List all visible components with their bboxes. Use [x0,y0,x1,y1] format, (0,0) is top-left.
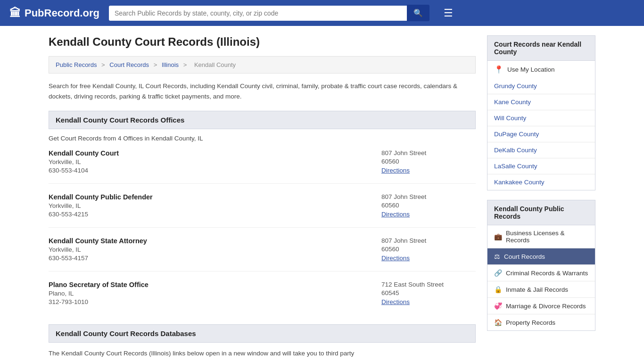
building-icon: 🏛 [9,7,21,20]
nearby-county-link[interactable]: Grundy County [487,78,595,94]
office-phone: 312-793-1010 [49,298,381,305]
sidebar-item-icon: 💞 [494,302,502,310]
office-zip: 60560 [381,158,476,165]
public-records-item[interactable]: ⚖Court Records [487,248,595,265]
directions-link[interactable]: Directions [381,167,410,174]
breadcrumb-sep-3: > [183,61,189,68]
nearby-county-link[interactable]: Kankakee County [487,174,595,190]
nearby-county-link[interactable]: Kane County [487,94,595,110]
search-icon: 🔍 [413,9,423,17]
sidebar-item-label: Court Records [504,253,545,260]
page-description: Search for free Kendall County, IL Court… [49,81,476,101]
public-records-item[interactable]: 💞Marriage & Divorce Records [487,298,595,314]
databases-section-header: Kendall County Court Records Databases [49,324,476,343]
county-links-container: Grundy CountyKane CountyWill CountyDuPag… [487,78,595,190]
page-title: Kendall County Court Records (Illinois) [49,35,476,49]
office-entry: Plano Secretary of State Office Plano, I… [49,281,476,315]
office-right: 807 John Street 60560 Directions [381,193,476,218]
databases-description: The Kendall County Court Records (Illino… [49,348,476,359]
office-city: Plano, IL [49,290,381,297]
office-phone: 630-553-4215 [49,211,381,218]
logo-text: PubRecord.org [25,7,99,19]
public-records-section-header: Kendall County Public Records [487,200,595,225]
office-address: 807 John Street [381,193,476,200]
site-header: 🏛 PubRecord.org 🔍 ☰ [0,0,644,26]
nearby-county-link[interactable]: DeKalb County [487,142,595,158]
directions-link[interactable]: Directions [381,298,410,305]
office-right: 807 John Street 60560 Directions [381,237,476,262]
office-city: Yorkville, IL [49,246,381,253]
office-city: Yorkville, IL [49,202,381,209]
sidebar-item-icon: 🔗 [494,269,502,277]
public-records-item[interactable]: 🏠Property Records [487,314,595,330]
breadcrumb-sep-1: > [101,61,107,68]
office-entry: Kendall County Public Defender Yorkville… [49,193,476,228]
directions-link[interactable]: Directions [381,255,410,262]
hamburger-icon: ☰ [444,7,453,19]
sidebar: Court Records near Kendall County 📍 Use … [487,35,595,359]
office-name: Kendall County State Attorney [49,237,381,245]
office-left: Kendall County State Attorney Yorkville,… [49,237,381,262]
sidebar-item-icon: 🔒 [494,286,502,293]
nearby-county-link[interactable]: LaSalle County [487,158,595,174]
office-left: Kendall County Court Yorkville, IL 630-5… [49,149,381,174]
offices-container: Kendall County Court Yorkville, IL 630-5… [49,149,476,315]
office-entry: Kendall County State Attorney Yorkville,… [49,237,476,272]
search-input[interactable] [109,6,407,21]
nearby-county-link[interactable]: Will County [487,110,595,126]
office-right: 807 John Street 60560 Directions [381,149,476,174]
office-phone: 630-553-4157 [49,255,381,262]
office-zip: 60560 [381,246,476,253]
use-location-label: Use My Location [507,66,555,73]
office-right: 712 East South Street 60545 Directions [381,281,476,305]
sidebar-item-label: Marriage & Divorce Records [506,303,586,310]
nearby-county-list: 📍 Use My Location Grundy CountyKane Coun… [487,61,595,190]
site-logo[interactable]: 🏛 PubRecord.org [9,7,99,20]
public-records-list: 💼Business Licenses & Records⚖Court Recor… [487,225,595,331]
sidebar-item-label: Inmate & Jail Records [506,286,568,293]
sidebar-item-icon: ⚖ [494,253,500,260]
use-my-location[interactable]: 📍 Use My Location [487,61,595,78]
breadcrumb-illinois[interactable]: Illinois [162,61,179,68]
nearby-section-header: Court Records near Kendall County [487,35,595,61]
office-left: Kendall County Public Defender Yorkville… [49,193,381,218]
breadcrumb-court-records[interactable]: Court Records [109,61,149,68]
office-address: 712 East South Street [381,281,476,288]
office-name: Kendall County Public Defender [49,193,381,201]
office-address: 807 John Street [381,149,476,156]
directions-link[interactable]: Directions [381,211,410,218]
offices-section-header: Kendall County Court Records Offices [49,111,476,129]
office-left: Plano Secretary of State Office Plano, I… [49,281,381,305]
breadcrumb-public-records[interactable]: Public Records [56,61,97,68]
public-records-item[interactable]: 🔗Criminal Records & Warrants [487,265,595,281]
office-phone: 630-553-4104 [49,167,381,174]
sidebar-item-label: Business Licenses & Records [506,230,588,244]
sidebar-item-icon: 🏠 [494,319,502,326]
nearby-county-link[interactable]: DuPage County [487,126,595,142]
sidebar-item-icon: 💼 [494,233,502,240]
office-entry: Kendall County Court Yorkville, IL 630-5… [49,149,476,184]
public-records-item[interactable]: 💼Business Licenses & Records [487,225,595,248]
office-name: Kendall County Court [49,149,381,157]
menu-button[interactable]: ☰ [444,7,453,19]
office-count: Get Court Records from 4 Offices in Kend… [49,135,476,142]
breadcrumb-sep-2: > [154,61,159,68]
office-zip: 60545 [381,289,476,296]
sidebar-item-label: Criminal Records & Warrants [506,270,588,277]
search-button[interactable]: 🔍 [407,5,429,21]
breadcrumb-kendall-county: Kendall County [194,61,236,68]
public-records-item[interactable]: 🔒Inmate & Jail Records [487,281,595,298]
location-icon: 📍 [494,65,504,74]
main-container: Kendall County Court Records (Illinois) … [39,26,605,362]
office-address: 807 John Street [381,237,476,244]
search-area: 🔍 [109,5,429,21]
office-city: Yorkville, IL [49,158,381,165]
sidebar-item-label: Property Records [506,319,555,326]
office-zip: 60560 [381,202,476,209]
breadcrumb: Public Records > Court Records > Illinoi… [49,56,476,74]
office-name: Plano Secretary of State Office [49,281,381,288]
content-area: Kendall County Court Records (Illinois) … [49,35,476,359]
